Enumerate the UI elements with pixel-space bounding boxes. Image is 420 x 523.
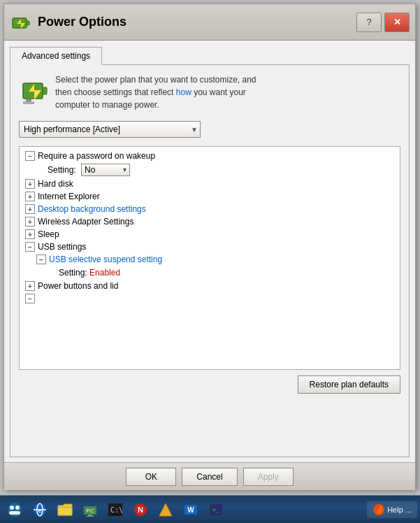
expand-icon: + <box>25 204 35 214</box>
svg-text:N: N <box>138 506 143 514</box>
svg-rect-11 <box>9 511 20 515</box>
setting-label: Hard disk <box>38 179 73 189</box>
tab-bar: Advanced settings <box>10 46 410 64</box>
info-box: Select the power plan that you want to c… <box>19 73 400 111</box>
collapse-icon: − <box>25 151 35 161</box>
svg-rect-1 <box>27 21 29 25</box>
svg-rect-19 <box>86 516 94 517</box>
taskbar-ie[interactable]: e <box>28 499 52 521</box>
collapse-icon: − <box>25 294 35 303</box>
taskbar: e PC C:\ N W <box>0 495 420 523</box>
collapse-icon: − <box>36 255 46 264</box>
expand-icon: + <box>25 229 35 239</box>
expand-icon: + <box>25 281 35 291</box>
setting-label-text: Setting: <box>48 165 78 175</box>
setting-label: Internet Explorer <box>38 192 100 201</box>
taskbar-network[interactable]: PC <box>78 499 102 521</box>
svg-point-9 <box>10 506 14 510</box>
title-controls: ? ✕ <box>356 13 410 32</box>
setting-value-dropdown[interactable]: No Yes ▼ <box>81 164 130 176</box>
list-item[interactable]: − <box>20 292 400 305</box>
svg-marker-25 <box>159 503 172 516</box>
settings-list-container[interactable]: − Require a password on wakeup Setting: … <box>19 146 400 370</box>
setting-row-usb: Setting: Enabled <box>20 266 400 280</box>
plan-dropdown-row: High performance [Active]BalancedPower s… <box>19 121 400 138</box>
taskbar-folder[interactable] <box>53 499 77 521</box>
taskbar-app1[interactable]: N <box>129 499 152 521</box>
list-item[interactable]: + Wireless Adapter Settings <box>20 215 400 228</box>
svg-text:PC: PC <box>86 508 94 514</box>
help-button[interactable]: ? <box>356 13 382 32</box>
dialog-content: Advanced settings Select the power plan <box>4 41 415 462</box>
setting-row-password: Setting: No Yes ▼ <box>20 162 400 178</box>
setting-label: USB settings <box>38 242 86 252</box>
power-options-dialog: Power Options ? ✕ Advanced settings <box>3 3 416 489</box>
list-item[interactable]: − USB settings <box>20 241 400 253</box>
svg-rect-6 <box>26 99 31 101</box>
expand-icon: + <box>25 217 35 227</box>
svg-text:>_: >_ <box>212 507 219 513</box>
list-item[interactable]: + Power buttons and lid <box>20 280 400 292</box>
svg-rect-16 <box>58 508 72 515</box>
list-item[interactable]: + Sleep <box>20 228 400 241</box>
setting-label: Desktop background settings <box>38 204 146 214</box>
info-icon <box>19 73 41 96</box>
window-icon <box>10 11 32 34</box>
setting-label: Wireless Adapter Settings <box>38 217 133 227</box>
taskbar-app3[interactable]: W <box>179 499 203 521</box>
setting-label: Require a password on wakeup <box>38 151 155 161</box>
taskbar-cmd[interactable]: C:\ <box>103 499 127 521</box>
taskbar-help[interactable]: Help ... <box>367 501 417 518</box>
svg-rect-18 <box>88 515 92 516</box>
restore-section: Restore plan defaults <box>19 375 400 394</box>
info-description: Select the power plan that you want to c… <box>55 73 256 111</box>
dialog-button-row: OK Cancel Apply <box>4 462 415 490</box>
setting-label: Power buttons and lid <box>38 281 118 291</box>
settings-list: − Require a password on wakeup Setting: … <box>20 147 400 308</box>
expand-icon: + <box>25 192 35 201</box>
list-item[interactable]: − Require a password on wakeup <box>20 150 400 162</box>
apply-button[interactable]: Apply <box>243 468 294 486</box>
password-setting-select[interactable]: No Yes <box>81 164 130 176</box>
help-label: Help ... <box>387 506 412 514</box>
setting-label: Sleep <box>38 229 59 239</box>
settings-panel: Select the power plan that you want to c… <box>10 64 410 457</box>
setting-label: USB selective suspend setting <box>49 255 162 264</box>
svg-text:e: e <box>38 508 42 514</box>
plan-dropdown-wrapper[interactable]: High performance [Active]BalancedPower s… <box>19 121 201 138</box>
ok-button[interactable]: OK <box>126 468 176 486</box>
svg-text:C:\: C:\ <box>110 506 123 514</box>
plan-select[interactable]: High performance [Active]BalancedPower s… <box>19 121 201 138</box>
taskbar-terminal[interactable]: >_ <box>204 499 228 521</box>
svg-rect-4 <box>43 87 47 94</box>
svg-text:W: W <box>187 506 194 514</box>
svg-point-10 <box>15 506 20 510</box>
close-button[interactable]: ✕ <box>384 13 410 32</box>
taskbar-app2[interactable] <box>154 499 178 521</box>
usb-setting-value: Enabled <box>89 268 120 278</box>
expand-icon: + <box>25 179 35 189</box>
list-item[interactable]: + Hard disk <box>20 178 400 190</box>
window-title: Power Options <box>38 15 356 29</box>
list-item[interactable]: + Internet Explorer <box>20 190 400 203</box>
title-bar: Power Options ? ✕ <box>4 4 415 41</box>
taskbar-start[interactable] <box>3 499 27 521</box>
restore-defaults-button[interactable]: Restore plan defaults <box>298 375 400 394</box>
list-item[interactable]: + Desktop background settings <box>20 203 400 215</box>
list-item[interactable]: − USB selective suspend setting <box>20 253 400 266</box>
setting-label-text: Setting: <box>59 268 89 278</box>
tab-advanced-settings[interactable]: Advanced settings <box>10 47 102 65</box>
cancel-button[interactable]: Cancel <box>182 468 237 486</box>
collapse-icon: − <box>25 242 35 252</box>
svg-rect-7 <box>23 101 34 104</box>
